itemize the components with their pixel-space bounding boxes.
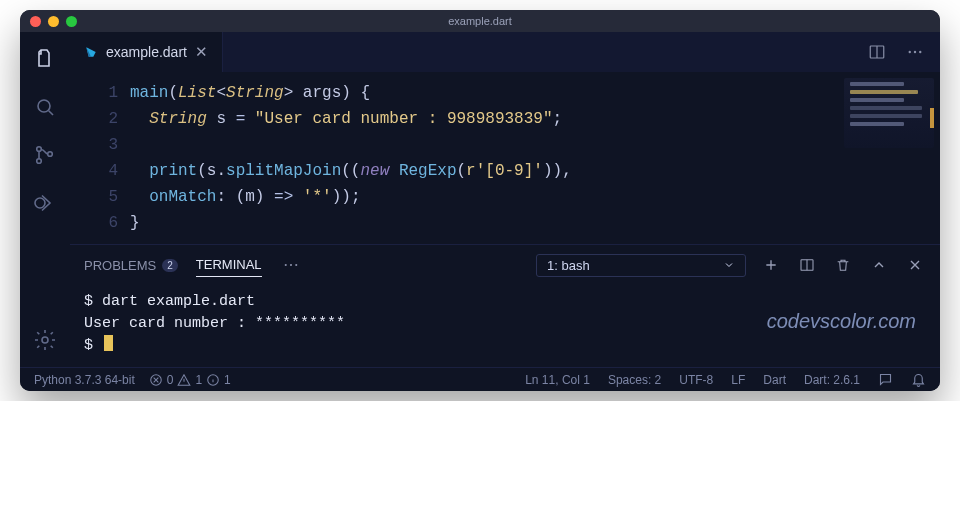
status-spaces[interactable]: Spaces: 2: [608, 373, 661, 387]
status-feedback-icon[interactable]: [878, 372, 893, 387]
new-terminal-icon[interactable]: [760, 254, 782, 276]
minimize-window-btn[interactable]: [48, 16, 59, 27]
editor-tabs: example.dart ✕: [70, 32, 940, 72]
svg-point-1: [37, 147, 42, 152]
editor[interactable]: 1 2 3 4 5 6 main(List<String> args) { St…: [70, 72, 940, 244]
svg-point-7: [909, 51, 911, 53]
tab-example-dart[interactable]: example.dart ✕: [70, 32, 223, 72]
explorer-icon[interactable]: [32, 46, 58, 72]
editor-actions: [866, 32, 940, 72]
svg-point-8: [914, 51, 916, 53]
status-lncol[interactable]: Ln 11, Col 1: [525, 373, 590, 387]
panel-toolbar: 1: bash: [536, 254, 926, 277]
tab-label: example.dart: [106, 44, 187, 60]
main-area: example.dart ✕ 1 2 3 4: [20, 32, 940, 367]
maximize-panel-icon[interactable]: [868, 254, 890, 276]
minimap[interactable]: [844, 78, 934, 148]
close-panel-icon[interactable]: [904, 254, 926, 276]
maximize-window-btn[interactable]: [66, 16, 77, 27]
status-problems[interactable]: 0 1 1: [149, 373, 231, 387]
svg-point-10: [284, 264, 286, 266]
status-python[interactable]: Python 3.7.3 64-bit: [34, 373, 135, 387]
status-bell-icon[interactable]: [911, 372, 926, 387]
problems-tab[interactable]: PROBLEMS 2: [84, 254, 178, 277]
status-encoding[interactable]: UTF-8: [679, 373, 713, 387]
chevron-down-icon: [723, 259, 735, 271]
dart-file-icon: [84, 45, 98, 59]
svg-point-5: [42, 337, 48, 343]
tab-close-icon[interactable]: ✕: [195, 43, 208, 61]
window-title: example.dart: [448, 15, 512, 27]
svg-point-4: [35, 198, 45, 208]
bottom-panel: PROBLEMS 2 TERMINAL 1: bash: [70, 244, 940, 367]
svg-point-0: [38, 100, 50, 112]
status-lang[interactable]: Dart: [763, 373, 786, 387]
problems-count-badge: 2: [162, 259, 178, 272]
content-column: example.dart ✕ 1 2 3 4: [70, 32, 940, 367]
svg-point-11: [289, 264, 291, 266]
split-terminal-icon[interactable]: [796, 254, 818, 276]
svg-point-9: [919, 51, 921, 53]
panel-tabs: PROBLEMS 2 TERMINAL 1: bash: [84, 253, 926, 277]
status-dart-version[interactable]: Dart: 2.6.1: [804, 373, 860, 387]
status-eol[interactable]: LF: [731, 373, 745, 387]
terminal-output[interactable]: $ dart example.dart User card number : *…: [84, 291, 926, 357]
panel-more-icon[interactable]: [280, 254, 302, 276]
split-editor-icon[interactable]: [866, 41, 888, 63]
more-actions-icon[interactable]: [904, 41, 926, 63]
traffic-lights: [30, 16, 77, 27]
close-window-btn[interactable]: [30, 16, 41, 27]
line-gutter: 1 2 3 4 5 6: [70, 72, 130, 244]
svg-point-3: [48, 152, 53, 157]
terminal-cursor: [104, 335, 113, 351]
search-icon[interactable]: [32, 94, 58, 120]
terminal-selector[interactable]: 1: bash: [536, 254, 746, 277]
settings-icon[interactable]: [32, 327, 58, 353]
terminal-tab[interactable]: TERMINAL: [196, 253, 262, 277]
svg-point-12: [295, 264, 297, 266]
debug-icon[interactable]: [32, 190, 58, 216]
titlebar: example.dart: [20, 10, 940, 32]
kill-terminal-icon[interactable]: [832, 254, 854, 276]
activity-bar: [20, 32, 70, 367]
status-bar: Python 3.7.3 64-bit 0 1 1 Ln 11, Col 1 S…: [20, 367, 940, 391]
source-control-icon[interactable]: [32, 142, 58, 168]
svg-point-2: [37, 159, 42, 164]
code-area[interactable]: main(List<String> args) { String s = "Us…: [130, 72, 572, 244]
vscode-window: example.dart: [20, 10, 940, 391]
